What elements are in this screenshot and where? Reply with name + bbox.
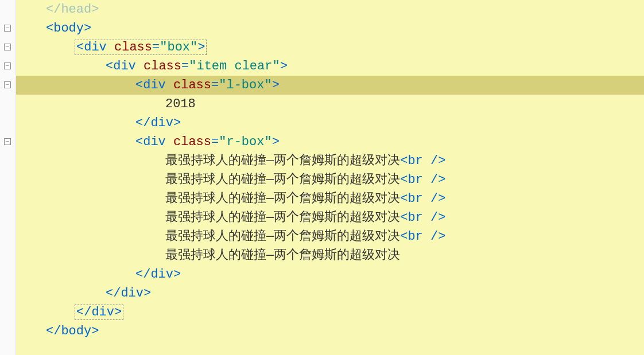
code-line-current: <div class="l-box"> — [16, 76, 644, 95]
code-line: <div class="r-box"> — [16, 132, 644, 151]
code-line: </div> — [16, 284, 644, 303]
div-close-tag: </div> — [106, 286, 151, 301]
code-line: <div class="box"> — [16, 38, 644, 57]
code-line: </div> — [16, 265, 644, 284]
code-line: </div> — [16, 303, 644, 322]
div-close-tag: </div> — [135, 267, 181, 282]
body-open-tag: <body> — [46, 21, 91, 36]
div-close-tag: </div> — [135, 116, 181, 130]
br-tag: <br /> — [400, 154, 445, 168]
matched-bracket-highlight: <div class="box"> — [75, 40, 207, 55]
br-tag: <br /> — [400, 229, 445, 244]
br-tag: <br /> — [400, 192, 445, 206]
code-line: </div> — [16, 114, 644, 132]
br-tag: <br /> — [400, 210, 445, 225]
fold-marker[interactable] — [4, 25, 11, 32]
body-close-tag: </body> — [46, 324, 99, 338]
code-line: </head> — [16, 0, 644, 19]
head-close-tag: </head> — [46, 2, 99, 17]
fold-marker[interactable] — [4, 138, 11, 145]
fold-marker[interactable] — [4, 44, 11, 50]
code-line: 2018 — [16, 95, 644, 114]
matched-bracket-highlight: </div> — [75, 305, 123, 320]
code-line: </body> — [16, 322, 644, 341]
code-line: 最强持球人的碰撞—两个詹姆斯的超级对决 — [16, 246, 644, 265]
code-line: 最强持球人的碰撞—两个詹姆斯的超级对决<br /> — [16, 227, 644, 246]
code-line: <div class="item clear"> — [16, 57, 644, 76]
text-node-year: 2018 — [165, 97, 196, 111]
fold-marker[interactable] — [4, 81, 11, 88]
fold-marker[interactable] — [4, 63, 11, 69]
code-editor-view[interactable]: </head> <body> <div class="box"> <div cl… — [16, 0, 644, 341]
code-line: 最强持球人的碰撞—两个詹姆斯的超级对决<br /> — [16, 208, 644, 227]
div-close-tag: </div> — [76, 305, 122, 319]
br-tag: <br /> — [400, 173, 445, 187]
code-line: <body> — [16, 19, 644, 38]
code-line: 最强持球人的碰撞—两个詹姆斯的超级对决<br /> — [16, 189, 644, 208]
code-fold-gutter — [0, 0, 16, 355]
code-line: 最强持球人的碰撞—两个詹姆斯的超级对决<br /> — [16, 170, 644, 189]
code-line: 最强持球人的碰撞—两个詹姆斯的超级对决<br /> — [16, 151, 644, 170]
